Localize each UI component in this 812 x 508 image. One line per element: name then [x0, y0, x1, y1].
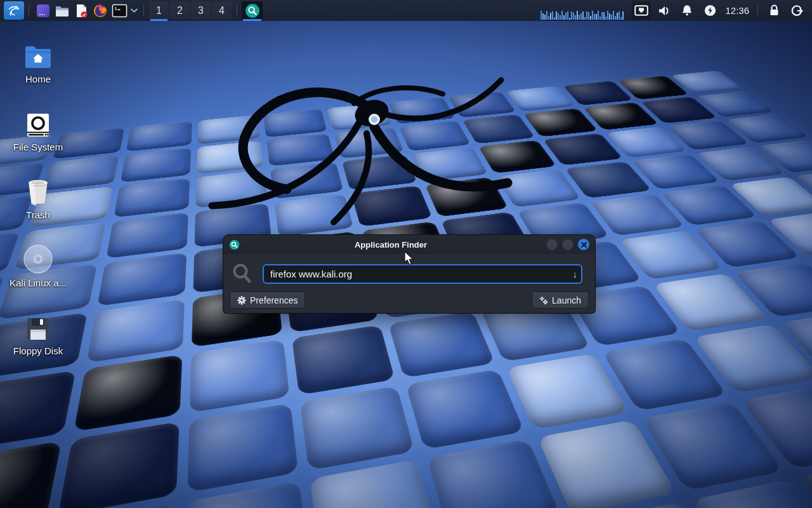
cpu-bar [550, 13, 551, 20]
harddisk-icon [25, 112, 51, 138]
taskbar-application-finder[interactable] [242, 1, 263, 20]
cpu-bar [622, 11, 624, 20]
cpu-bar [584, 17, 586, 20]
maximize-button[interactable] [562, 239, 573, 250]
workspace-3-label: 3 [198, 5, 204, 17]
workspace-2[interactable]: 2 [170, 1, 190, 20]
cpu-bar [582, 11, 584, 20]
cpu-bar [613, 11, 614, 20]
launcher-file-manager[interactable] [53, 1, 72, 20]
desktop-icon-label: Floppy Disk [13, 345, 63, 356]
launch-button[interactable]: Launch [532, 291, 589, 309]
lock-screen-button[interactable] [764, 4, 783, 17]
search-input[interactable] [263, 264, 582, 284]
panel-separator [29, 5, 29, 17]
desktop-icon-floppy-disk[interactable]: Floppy Disk [4, 305, 72, 371]
panel-separator [143, 5, 144, 17]
cpu-bar [569, 18, 570, 20]
cpu-bar [588, 12, 589, 20]
desktop-icon-home[interactable]: Home [4, 33, 72, 99]
preferences-label: Preferences [250, 295, 298, 305]
power-icon [704, 4, 716, 17]
window-app-icon [36, 3, 51, 18]
cpu-bar [558, 13, 559, 20]
kali-dragon-icon [7, 4, 21, 18]
application-finder-window: Application Finder ↓ [223, 235, 595, 313]
cpu-bar [561, 11, 563, 20]
cpu-bar [615, 16, 616, 20]
cpu-bar [571, 11, 572, 20]
cpu-bar [605, 17, 606, 20]
volume-indicator[interactable] [655, 5, 674, 17]
cpu-bar [590, 16, 591, 20]
workspace-1-label: 1 [156, 5, 162, 17]
cpu-bar [556, 11, 557, 20]
cpu-bar [611, 15, 612, 20]
clock[interactable]: 12:36 [725, 5, 749, 16]
cpu-bar [540, 11, 542, 20]
cpu-bar [544, 15, 546, 20]
desktop-icon-kali-docs[interactable]: Kali Linux a... [4, 237, 72, 303]
terminal-icon: $ [112, 3, 128, 18]
cpu-bar [565, 13, 566, 20]
close-button[interactable] [578, 239, 589, 250]
home-folder-icon [24, 46, 52, 70]
desktop-icon-label: Trash [26, 210, 50, 220]
launcher-text-editor[interactable] [72, 1, 91, 20]
cpu-bar [619, 11, 620, 20]
launcher-window-app[interactable] [34, 1, 53, 20]
cpu-bar [579, 15, 580, 20]
power-manager-indicator[interactable] [700, 4, 719, 17]
notifications-indicator[interactable] [678, 4, 697, 17]
cpu-bar [603, 12, 605, 20]
cpu-bar [560, 15, 561, 20]
network-indicator[interactable] [632, 1, 651, 20]
desktop-icon-file-system[interactable]: File System [4, 101, 72, 167]
cpu-bar [601, 12, 603, 20]
trash-icon [26, 179, 50, 206]
cpu-bar [573, 13, 574, 20]
file-manager-icon [55, 3, 70, 18]
desktop-icon-label: Home [25, 74, 51, 84]
workspace-2-label: 2 [177, 5, 183, 17]
applications-menu-button[interactable] [4, 1, 24, 20]
svg-text:$: $ [114, 6, 117, 11]
window-title: Application Finder [240, 240, 542, 250]
cpu-bar [620, 17, 622, 20]
cpu-bar [542, 13, 544, 20]
panel-separator [757, 5, 758, 17]
workspace-4-label: 4 [219, 5, 225, 17]
cpu-bar [580, 13, 582, 20]
cpu-bar [594, 14, 595, 20]
volume-icon [658, 5, 671, 17]
workspace-4[interactable]: 4 [212, 1, 232, 20]
logout-icon [790, 4, 803, 17]
search-icon [232, 263, 251, 284]
desktop-root: $ 1 2 3 4 [0, 0, 812, 508]
cpu-bar [598, 11, 599, 20]
cpu-bar [546, 11, 547, 20]
lock-icon [769, 4, 780, 17]
workspace-1[interactable]: 1 [149, 1, 169, 20]
cpu-bar [607, 11, 608, 20]
top-panel: $ 1 2 3 4 [0, 0, 812, 21]
mouse-cursor [403, 251, 416, 266]
terminal-dropdown[interactable] [129, 1, 139, 20]
logout-button[interactable] [787, 4, 806, 17]
cpu-bar [577, 11, 578, 20]
network-icon [634, 5, 648, 16]
cpu-graph[interactable] [540, 1, 624, 20]
cpu-bar [563, 15, 565, 20]
cpu-bar [609, 13, 610, 20]
minimize-button[interactable] [546, 239, 558, 250]
gear-icon [237, 296, 246, 305]
workspace-3[interactable]: 3 [191, 1, 211, 20]
run-gears-icon [539, 296, 548, 305]
cpu-bar [586, 11, 587, 20]
desktop-icon-trash[interactable]: Trash [4, 169, 72, 235]
launcher-terminal[interactable]: $ [110, 1, 129, 20]
launcher-firefox[interactable] [91, 1, 110, 20]
cpu-bar [596, 14, 597, 20]
cpu-bar [592, 11, 593, 20]
preferences-button[interactable]: Preferences [230, 291, 305, 309]
